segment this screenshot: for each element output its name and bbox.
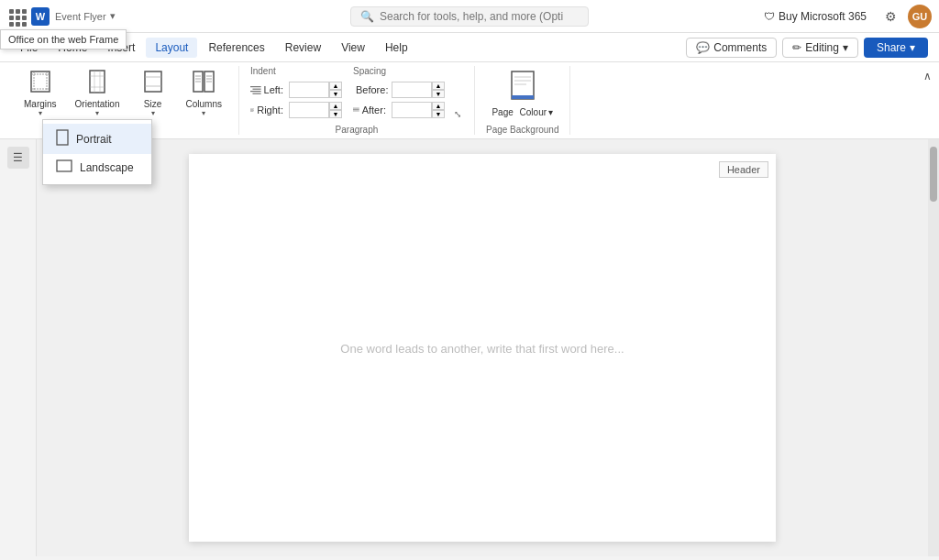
menu-layout[interactable]: Layout (146, 38, 197, 58)
scrollbar-thumb[interactable] (930, 147, 937, 202)
indent-right-down[interactable]: ▼ (329, 110, 342, 118)
margins-icon (29, 70, 51, 97)
orientation-landscape[interactable]: Landscape (43, 154, 151, 181)
size-arrow: ▾ (151, 109, 155, 117)
spacing-before-up[interactable]: ▲ (432, 82, 445, 90)
spacing-before-spinner: 0 pt ▲ ▼ (392, 82, 445, 98)
portrait-icon (56, 129, 69, 148)
svg-rect-40 (57, 130, 68, 145)
comments-button[interactable]: 💬 Comments (686, 38, 777, 58)
collapse-icon: ∧ (923, 70, 932, 82)
orientation-button[interactable]: Orientation ▾ (70, 66, 126, 121)
spacing-after-input[interactable]: 8 pt (392, 102, 432, 118)
indent-title: Indent (250, 66, 342, 76)
indent-left-row: Left: 0 cm ▲ ▼ (250, 80, 342, 100)
paragraph-label: Paragraph (336, 121, 379, 135)
orientation-label: Orientation (75, 99, 120, 109)
left-sidebar: ☰ (0, 139, 37, 556)
word-logo: W (31, 7, 50, 26)
spacing-before-down[interactable]: ▼ (432, 90, 445, 98)
indent-left-input[interactable]: 0 cm (289, 82, 329, 98)
spacing-after-label: After: (353, 104, 386, 115)
indent-right-up[interactable]: ▲ (329, 102, 342, 110)
sidebar-nav-icon[interactable]: ☰ (7, 147, 29, 169)
doc-title[interactable]: Event Flyer ▾ (55, 10, 116, 22)
avatar[interactable]: GU (908, 5, 932, 28)
columns-arrow: ▾ (202, 109, 205, 117)
office-tooltip: Office on the web Frame (0, 29, 127, 49)
search-icon: 🔍 (360, 10, 374, 23)
document-placeholder: One word leads to another, write that fi… (340, 341, 624, 355)
ms365-button[interactable]: 🛡 Buy Microsoft 365 (757, 7, 874, 26)
title-bar: W Event Flyer ▾ Office on the web Frame … (0, 0, 939, 33)
menu-bar-right: 💬 Comments ✏ Editing ▾ Share ▾ (686, 38, 928, 58)
indent-left-label: Left: (250, 84, 283, 95)
spacing-after-arrows: ▲ ▼ (432, 102, 445, 118)
spacing-before-input[interactable]: 0 pt (392, 82, 432, 98)
menu-view[interactable]: View (332, 38, 374, 58)
editing-arrow: ▾ (843, 41, 848, 54)
indent-spacing-wrapper: Indent Left: 0 cm ▲ ▼ (250, 66, 445, 120)
menu-references[interactable]: References (199, 38, 273, 58)
page-colour-arrow: ▾ (548, 107, 553, 117)
svg-rect-41 (57, 160, 72, 171)
spacing-after-row: After: 8 pt ▲ ▼ (353, 100, 445, 120)
spacing-before-row: Before: 0 pt ▲ ▼ (353, 80, 445, 100)
columns-label: Columns (186, 99, 222, 109)
page-background-controls: Page Colour ▾ (486, 66, 558, 121)
spacing-after-down[interactable]: ▼ (432, 110, 445, 118)
svg-rect-10 (145, 71, 161, 92)
menu-review[interactable]: Review (276, 38, 330, 58)
svg-rect-5 (90, 71, 105, 93)
search-input[interactable] (380, 10, 563, 23)
title-bar-right: 🛡 Buy Microsoft 365 ⚙ GU (757, 5, 932, 28)
header-label[interactable]: Header (719, 161, 768, 178)
share-button[interactable]: Share ▾ (864, 38, 928, 58)
orientation-portrait[interactable]: Portrait (43, 124, 151, 154)
orientation-dropdown: Portrait Landscape (42, 119, 152, 185)
indent-right-spinner: 0 cm ▲ ▼ (289, 102, 342, 118)
size-icon (143, 70, 163, 97)
indent-left-up[interactable]: ▲ (329, 82, 342, 90)
doc-title-arrow[interactable]: ▾ (110, 10, 116, 22)
svg-rect-35 (512, 71, 534, 99)
document-scroll-area[interactable]: Header One word leads to another, write … (37, 139, 928, 556)
settings-button[interactable]: ⚙ (881, 5, 900, 27)
spacing-after-up[interactable]: ▲ (432, 102, 445, 110)
comments-icon: 💬 (696, 41, 710, 54)
page-colour-label: Page Colour ▾ (492, 107, 553, 117)
menu-bar: File Home Insert Layout References Revie… (0, 33, 939, 62)
page-background-label: Page Background (486, 121, 559, 135)
page-colour-icon (508, 70, 537, 107)
margins-button[interactable]: Margins ▾ (18, 66, 62, 121)
indent-right-label: Right: (250, 104, 283, 115)
right-scrollbar[interactable] (928, 139, 939, 556)
paragraph-controls: Indent Left: 0 cm ▲ ▼ (250, 66, 463, 121)
indent-right-input[interactable]: 0 cm (289, 102, 329, 118)
landscape-icon (56, 159, 72, 175)
pencil-icon: ✏ (792, 41, 801, 54)
indent-left-spinner: 0 cm ▲ ▼ (289, 82, 342, 98)
indent-right-row: Right: 0 cm ▲ ▼ (250, 100, 342, 120)
columns-button[interactable]: Columns ▾ (181, 66, 227, 121)
size-button[interactable]: Size ▾ (133, 66, 173, 121)
spacing-title: Spacing (353, 66, 445, 76)
ribbon-collapse-button[interactable]: ∧ (923, 66, 932, 135)
indent-left-down[interactable]: ▼ (329, 90, 342, 98)
orientation-arrow: ▾ (95, 109, 99, 117)
indent-left-arrows: ▲ ▼ (329, 82, 342, 98)
editing-button[interactable]: ✏ Editing ▾ (782, 38, 858, 58)
ms365-icon: 🛡 (764, 10, 775, 23)
spacing-before-label: Before: (353, 84, 386, 95)
waffle-icon[interactable] (7, 7, 26, 26)
share-arrow: ▾ (910, 41, 915, 54)
indent-section: Indent Left: 0 cm ▲ ▼ (250, 66, 342, 120)
document-page: Header One word leads to another, write … (189, 154, 776, 542)
paragraph-expand[interactable]: ⤡ (452, 107, 463, 121)
menu-help[interactable]: Help (376, 38, 417, 58)
spacing-section: Spacing Before: 0 pt ▲ ▼ (353, 66, 445, 120)
search-box[interactable]: 🔍 (350, 6, 589, 27)
margins-arrow: ▾ (39, 109, 42, 117)
document-area: ☰ Header One word leads to another, writ… (0, 139, 939, 556)
page-colour-button[interactable]: Page Colour ▾ (486, 66, 558, 121)
